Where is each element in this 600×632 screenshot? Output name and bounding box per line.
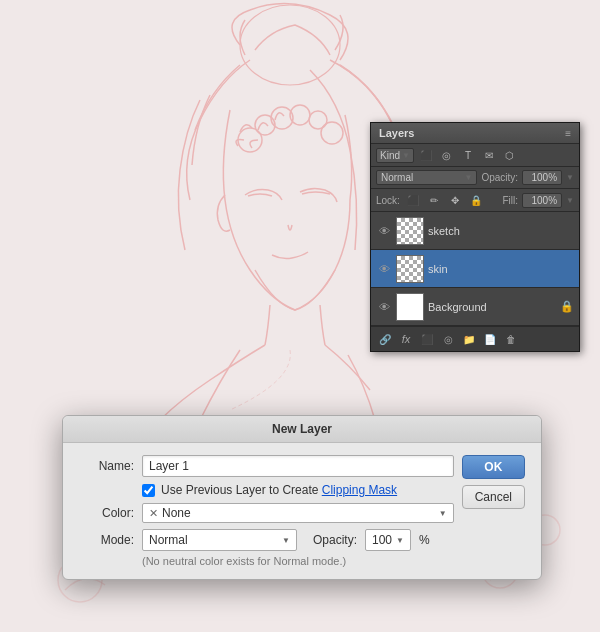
layer-name-background: Background [428,301,487,313]
mode-label: Mode: [79,533,134,547]
color-dropdown[interactable]: ✕ None ▼ [142,503,454,523]
dialog-main-content: Name: Use Previous Layer to Create Clipp… [79,455,525,567]
mode-arrow: ▼ [282,536,290,545]
color-label: Color: [79,506,134,520]
lock-icons: ⬛ ✏ ✥ 🔒 [404,192,485,208]
color-x-icon: ✕ [149,507,158,520]
color-row: Color: ✕ None ▼ [79,503,454,523]
opacity-value-dialog: 100 [372,533,392,547]
layers-panel-title: Layers [379,127,414,139]
fill-label: Fill: [503,195,519,206]
mode-dropdown-dialog[interactable]: Normal ▼ [142,529,297,551]
dialog-buttons: OK Cancel [462,455,525,567]
new-layer-icon[interactable]: 📄 [481,331,499,347]
opacity-label: Opacity: [481,172,518,183]
cancel-button[interactable]: Cancel [462,485,525,509]
blend-mode-dropdown[interactable]: Normal ▼ [376,170,477,185]
layers-panel: Layers ≡ Kind ▼ ⬛ ◎ T ✉ ⬡ Normal ▼ Opaci… [370,122,580,352]
layer-effects-icon[interactable]: fx [397,331,415,347]
opacity-label-dialog: Opacity: [313,533,357,547]
filter-shape-icon[interactable]: ✉ [480,147,498,163]
ok-button[interactable]: OK [462,455,525,479]
clip-label: Use Previous Layer to Create Clipping Ma… [161,483,397,497]
layer-name-sketch: sketch [428,225,460,237]
layer-sketch[interactable]: 👁 sketch [371,212,579,250]
clip-checkbox-row: Use Previous Layer to Create Clipping Ma… [142,483,454,497]
mode-value: Normal [149,533,188,547]
opacity-arrow: ▼ [566,173,574,182]
fill-value[interactable]: 100% [522,193,562,208]
mode-opacity-row: Mode: Normal ▼ Opacity: 100 ▼ % [79,529,454,551]
opacity-value[interactable]: 100% [522,170,562,185]
lock-transparent-icon[interactable]: ⬛ [404,192,422,208]
percent-label: % [419,533,430,547]
kind-label: Kind [380,150,400,161]
layer-lock-icon: 🔒 [560,300,574,313]
layers-bottom-bar: 🔗 fx ⬛ ◎ 📁 📄 🗑 [371,326,579,351]
new-layer-dialog: New Layer Name: Use Previous Layer to Cr… [62,415,542,580]
layer-thumb-sketch [396,217,424,245]
kind-arrow: ▼ [402,151,410,160]
name-row: Name: [79,455,454,477]
clip-checkbox[interactable] [142,484,155,497]
blend-mode-row: Normal ▼ Opacity: 100% ▼ [371,167,579,189]
color-arrow: ▼ [439,509,447,518]
layer-thumb-skin [396,255,424,283]
layers-menu-icon[interactable]: ≡ [565,128,571,139]
name-label: Name: [79,459,134,473]
layer-mask-icon[interactable]: ⬛ [418,331,436,347]
layers-toolbar: Kind ▼ ⬛ ◎ T ✉ ⬡ [371,144,579,167]
color-value: None [162,506,191,520]
lock-position-icon[interactable]: ✥ [446,192,464,208]
layer-thumb-background [396,293,424,321]
lock-fill-row: Lock: ⬛ ✏ ✥ 🔒 Fill: 100% ▼ [371,189,579,212]
blend-mode-value: Normal [381,172,413,183]
lock-label: Lock: [376,195,400,206]
lock-pixels-icon[interactable]: ✏ [425,192,443,208]
filter-pixel-icon[interactable]: ⬛ [417,147,435,163]
group-layers-icon[interactable]: 📁 [460,331,478,347]
dialog-form: Name: Use Previous Layer to Create Clipp… [79,455,454,567]
layer-background[interactable]: 👁 Background 🔒 [371,288,579,326]
delete-layer-icon[interactable]: 🗑 [502,331,520,347]
opacity-dd-arrow: ▼ [396,536,404,545]
fill-arrow: ▼ [566,196,574,205]
clip-link[interactable]: Clipping Mask [322,483,397,497]
dialog-title-bar: New Layer [63,416,541,443]
filter-smart-icon[interactable]: ⬡ [501,147,519,163]
name-input[interactable] [142,455,454,477]
opacity-dropdown[interactable]: 100 ▼ [365,529,411,551]
kind-dropdown[interactable]: Kind ▼ [376,148,414,163]
eye-icon-background[interactable]: 👁 [376,299,392,315]
layer-skin[interactable]: 👁 skin [371,250,579,288]
dialog-title: New Layer [272,422,332,436]
eye-icon-sketch[interactable]: 👁 [376,223,392,239]
blend-mode-arrow: ▼ [464,173,472,182]
neutral-note: (No neutral color exists for Normal mode… [142,555,454,567]
lock-all-icon[interactable]: 🔒 [467,192,485,208]
layer-name-skin: skin [428,263,448,275]
layers-title-bar: Layers ≡ [371,123,579,144]
dialog-body: Name: Use Previous Layer to Create Clipp… [63,443,541,579]
eye-icon-skin[interactable]: 👁 [376,261,392,277]
adjustment-layer-icon[interactable]: ◎ [439,331,457,347]
link-layers-icon[interactable]: 🔗 [376,331,394,347]
filter-adjust-icon[interactable]: ◎ [438,147,456,163]
filter-type-icon[interactable]: T [459,147,477,163]
